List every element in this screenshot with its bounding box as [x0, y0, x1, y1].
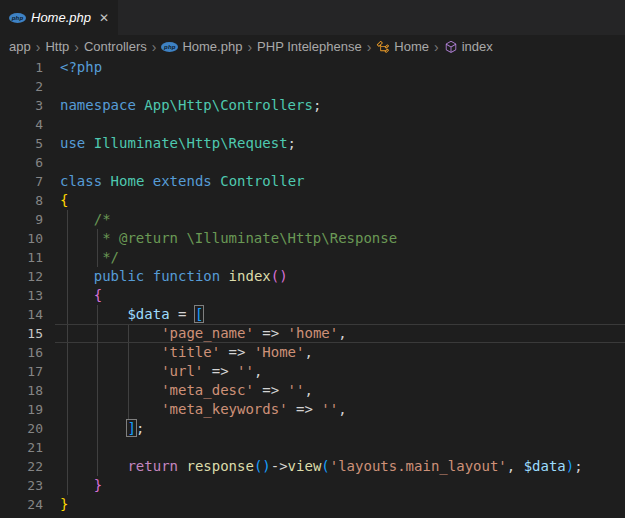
line-number[interactable]: 6: [0, 153, 43, 172]
code-line-6[interactable]: 6: [0, 153, 625, 172]
code-text[interactable]: public function index(): [43, 267, 625, 286]
breadcrumb-item-index[interactable]: index: [444, 39, 493, 54]
code-token: [212, 173, 220, 189]
chevron-right-icon: ›: [152, 40, 157, 54]
code-token: [60, 420, 127, 436]
code-line-1[interactable]: 1<?php: [0, 58, 625, 77]
code-text[interactable]: namespace App\Http\Controllers;: [43, 96, 625, 115]
line-number[interactable]: 14: [0, 305, 43, 324]
code-token: 'meta_desc': [161, 382, 254, 398]
breadcrumb-item-app[interactable]: app: [9, 39, 31, 54]
code-text[interactable]: [43, 438, 625, 457]
code-text[interactable]: $data = [: [43, 305, 625, 324]
line-number[interactable]: 1: [0, 58, 43, 77]
code-line-2[interactable]: 2: [0, 77, 625, 96]
code-token: '': [288, 382, 305, 398]
code-text[interactable]: 'meta_desc' => '',: [43, 381, 625, 400]
line-number[interactable]: 5: [0, 134, 43, 153]
line-number[interactable]: 15: [0, 324, 43, 343]
code-text[interactable]: use Illuminate\Http\Request;: [43, 134, 625, 153]
code-text[interactable]: }: [43, 476, 625, 495]
code-line-19[interactable]: 19 'meta_keywords' => '',: [0, 400, 625, 419]
breadcrumb-item-home-php[interactable]: phpHome.php: [161, 39, 242, 54]
code-line-21[interactable]: 21: [0, 438, 625, 457]
code-text[interactable]: return response()->view('layouts.main_la…: [43, 457, 625, 476]
code-token: public: [94, 268, 145, 284]
code-line-10[interactable]: 10 * @return \Illuminate\Http\Response: [0, 229, 625, 248]
code-token: [60, 458, 127, 474]
breadcrumb: app›Http›Controllers›phpHome.php›PHP Int…: [0, 35, 625, 58]
code-line-11[interactable]: 11 */: [0, 248, 625, 267]
line-number[interactable]: 22: [0, 457, 43, 476]
code-line-13[interactable]: 13 {: [0, 286, 625, 305]
code-line-16[interactable]: 16 'title' => 'Home',: [0, 343, 625, 362]
code-text[interactable]: * @return \Illuminate\Http\Response: [43, 229, 625, 248]
line-number[interactable]: 24: [0, 495, 43, 514]
vscode-window: php Home.php ✕ app›Http›Controllers›phpH…: [0, 0, 625, 514]
line-number[interactable]: 20: [0, 419, 43, 438]
code-text[interactable]: {: [43, 286, 625, 305]
code-line-3[interactable]: 3namespace App\Http\Controllers;: [0, 96, 625, 115]
code-text[interactable]: 'title' => 'Home',: [43, 343, 625, 362]
code-line-18[interactable]: 18 'meta_desc' => '',: [0, 381, 625, 400]
line-number[interactable]: 3: [0, 96, 43, 115]
code-token: extends: [153, 173, 212, 189]
line-number[interactable]: 23: [0, 476, 43, 495]
code-line-15[interactable]: 15 'page_name' => 'home',: [0, 324, 625, 343]
code-text[interactable]: {: [43, 191, 625, 210]
code-token: {: [94, 287, 102, 303]
code-line-24[interactable]: 24}: [0, 495, 625, 514]
code-text[interactable]: */: [43, 248, 625, 267]
line-number[interactable]: 7: [0, 172, 43, 191]
code-line-5[interactable]: 5use Illuminate\Http\Request;: [0, 134, 625, 153]
code-line-22[interactable]: 22 return response()->view('layouts.main…: [0, 457, 625, 476]
line-number[interactable]: 2: [0, 77, 43, 96]
code-token: ,: [304, 344, 312, 360]
breadcrumb-item-home[interactable]: Home: [376, 39, 429, 54]
code-text[interactable]: [43, 77, 625, 96]
code-text[interactable]: }: [43, 495, 625, 514]
code-text[interactable]: <?php: [43, 58, 625, 77]
code-text[interactable]: /*: [43, 210, 625, 229]
code-text[interactable]: [43, 153, 625, 172]
code-line-8[interactable]: 8{: [0, 191, 625, 210]
tab-home-php[interactable]: php Home.php ✕: [0, 0, 118, 35]
code-text[interactable]: [43, 115, 625, 134]
close-icon[interactable]: ✕: [99, 12, 109, 24]
line-number[interactable]: 17: [0, 362, 43, 381]
code-line-17[interactable]: 17 'url' => '',: [0, 362, 625, 381]
line-number[interactable]: 9: [0, 210, 43, 229]
code-token: 'home': [288, 325, 339, 341]
code-line-9[interactable]: 9 /*: [0, 210, 625, 229]
code-text[interactable]: ];: [43, 419, 625, 438]
line-number[interactable]: 19: [0, 400, 43, 419]
code-text[interactable]: 'page_name' => 'home',: [43, 324, 625, 343]
code-line-20[interactable]: 20 ];: [0, 419, 625, 438]
code-line-14[interactable]: 14 $data = [: [0, 305, 625, 324]
code-token: Home: [111, 173, 145, 189]
line-number[interactable]: 18: [0, 381, 43, 400]
code-line-23[interactable]: 23 }: [0, 476, 625, 495]
line-number[interactable]: 11: [0, 248, 43, 267]
breadcrumb-item-php-intelephense[interactable]: PHP Intelephense: [257, 39, 362, 54]
code-text[interactable]: 'url' => '',: [43, 362, 625, 381]
line-number[interactable]: 4: [0, 115, 43, 134]
code-text[interactable]: 'meta_keywords' => '',: [43, 400, 625, 419]
code-token: namespace: [60, 97, 136, 113]
breadcrumb-item-http[interactable]: Http: [45, 39, 69, 54]
line-number[interactable]: 12: [0, 267, 43, 286]
line-number[interactable]: 13: [0, 286, 43, 305]
code-line-4[interactable]: 4: [0, 115, 625, 134]
line-number[interactable]: 8: [0, 191, 43, 210]
code-token: [: [195, 306, 203, 322]
breadcrumb-item-controllers[interactable]: Controllers: [84, 39, 147, 54]
php-icon: php: [9, 13, 26, 23]
line-number[interactable]: 10: [0, 229, 43, 248]
line-number[interactable]: 16: [0, 343, 43, 362]
chevron-right-icon: ›: [247, 40, 252, 54]
breadcrumb-label: PHP Intelephense: [257, 39, 362, 54]
line-number[interactable]: 21: [0, 438, 43, 457]
code-text[interactable]: class Home extends Controller: [43, 172, 625, 191]
code-line-7[interactable]: 7class Home extends Controller: [0, 172, 625, 191]
code-line-12[interactable]: 12 public function index(): [0, 267, 625, 286]
